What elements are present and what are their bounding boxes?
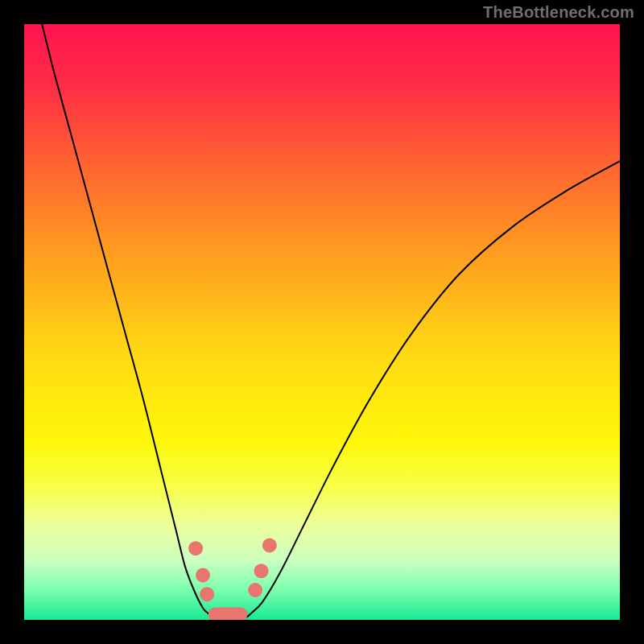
marker-right-cluster-0 — [248, 583, 262, 597]
chart-plot — [24, 24, 620, 620]
marker-right-cluster-2 — [262, 539, 277, 553]
watermark-text: TheBottleneck.com — [483, 3, 634, 22]
marker-left-cluster-2 — [200, 587, 214, 601]
marker-left-cluster-0 — [188, 541, 203, 555]
marker-bottom-oval — [208, 607, 248, 620]
marker-right-cluster-1 — [254, 564, 269, 578]
marker-left-cluster-1 — [196, 568, 210, 583]
chart-background — [24, 24, 620, 620]
chart-frame: TheBottleneck.com — [0, 0, 644, 644]
